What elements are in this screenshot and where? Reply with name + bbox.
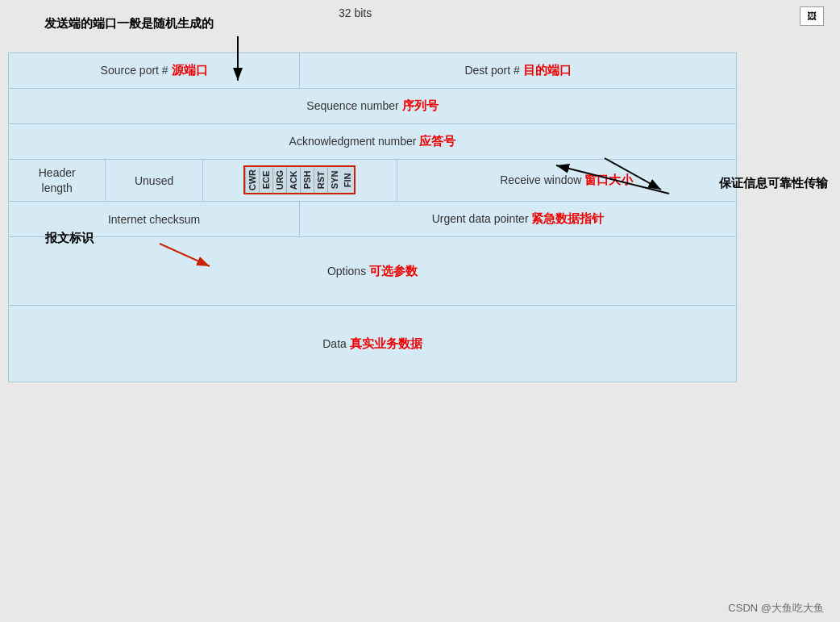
urgent-chinese: 紧急数据指针 bbox=[531, 211, 604, 225]
top-annotation: 发送端的端口一般是随机生成的 bbox=[44, 16, 214, 31]
urgent-label: Urgent data pointer bbox=[432, 212, 529, 225]
unused-label: Unused bbox=[135, 174, 173, 187]
flag-psh: PSH bbox=[300, 167, 314, 193]
source-port-chinese: 源端口 bbox=[172, 63, 208, 77]
data-chinese: 真实业务数据 bbox=[350, 336, 422, 350]
recv-window-label: Receive window bbox=[500, 173, 581, 186]
ack-num-chinese: 应答号 bbox=[419, 134, 455, 148]
footer: CSDN @大鱼吃大鱼 bbox=[728, 601, 824, 616]
guarantee-annotation: 保证信息可靠性传输 bbox=[719, 176, 828, 191]
checksum-label: Internet checksum bbox=[108, 213, 200, 226]
data-label: Data bbox=[322, 337, 347, 350]
dest-port-label: Dest port # bbox=[464, 64, 519, 77]
flag-syn: SYN bbox=[327, 167, 341, 193]
bits-label: 32 bits bbox=[339, 6, 372, 19]
tcp-diagram-table: Source port # 源端口 Dest port # 目的端口 Seque… bbox=[8, 52, 737, 382]
flag-rst: RST bbox=[314, 167, 327, 193]
dest-port-chinese: 目的端口 bbox=[523, 63, 572, 77]
seq-num-chinese: 序列号 bbox=[402, 98, 439, 112]
report-id-annotation: 报文标识 bbox=[45, 231, 94, 246]
main-container: 发送端的端口一般是随机生成的 32 bits 🖼 Source port # 源… bbox=[0, 0, 840, 622]
flag-ece: ECE bbox=[259, 167, 272, 193]
flag-cwr: CWR bbox=[245, 167, 259, 193]
options-chinese: 可选参数 bbox=[369, 264, 418, 278]
options-label: Options bbox=[327, 265, 366, 278]
source-port-label: Source port # bbox=[101, 64, 168, 77]
recv-window-chinese: 窗口大小 bbox=[584, 173, 633, 186]
seq-num-label: Sequence number bbox=[306, 99, 398, 112]
flags-box: CWR ECE URG ACK PSH RST SYN FIN bbox=[243, 165, 356, 194]
flag-urg: URG bbox=[272, 167, 286, 193]
ack-num-label: Acknowledgment number bbox=[289, 135, 417, 148]
header-length-label: Headerlength bbox=[39, 166, 76, 194]
image-icon[interactable]: 🖼 bbox=[800, 6, 824, 26]
flag-ack: ACK bbox=[286, 167, 300, 193]
flag-fin: FIN bbox=[341, 167, 354, 193]
